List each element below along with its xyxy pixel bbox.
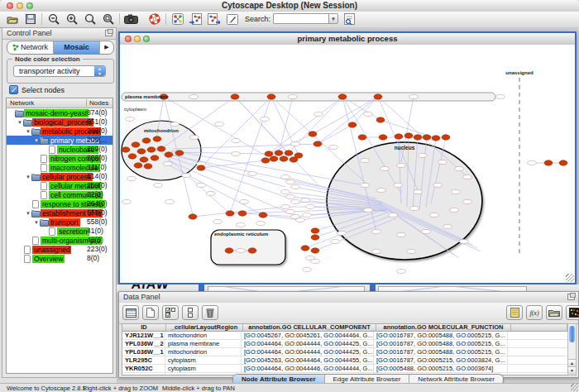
column-header[interactable]: annotation.GO MOLECULAR_FUNCTION (376, 324, 511, 331)
label-node[interactable] (372, 229, 381, 233)
gene-node[interactable] (226, 211, 234, 216)
label-node[interactable] (237, 222, 246, 227)
tab-network[interactable]: Network (7, 41, 54, 54)
network-tree-item[interactable]: ▼transport558(0) (7, 218, 112, 227)
gene-node[interactable] (248, 248, 256, 253)
label-node[interactable] (281, 204, 290, 208)
gene-node[interactable] (414, 135, 422, 140)
gene-node[interactable] (404, 133, 413, 138)
gene-node[interactable] (259, 213, 267, 218)
gene-node[interactable] (225, 248, 233, 253)
gene-node[interactable] (132, 142, 140, 147)
label-node[interactable] (389, 213, 398, 217)
label-node[interactable] (397, 269, 406, 273)
save-session-icon[interactable] (23, 12, 37, 26)
gene-node[interactable] (301, 246, 309, 251)
app-titlebar[interactable]: Cytoscape Desktop (New Session) (0, 0, 579, 12)
label-node[interactable] (291, 184, 300, 189)
label-node[interactable] (303, 267, 312, 271)
search-input[interactable] (273, 13, 329, 24)
label-node[interactable] (154, 183, 163, 187)
table-row[interactable]: YLR295Ccytoplasm[GO:0045263, GO:0044464,… (122, 356, 567, 365)
network-tree-item[interactable]: nitrogen compo209(0) (7, 154, 112, 163)
label-node[interactable] (248, 171, 257, 175)
network-tree-item[interactable]: mosaic-demo-yeast874(0) (7, 108, 112, 117)
label-node[interactable] (433, 183, 443, 187)
new-attribute-icon[interactable] (142, 305, 159, 320)
gene-node[interactable] (544, 160, 553, 165)
gene-node[interactable] (153, 136, 161, 141)
gene-node[interactable] (134, 163, 142, 168)
gene-node[interactable] (395, 134, 403, 139)
gene-node[interactable] (140, 157, 148, 162)
label-node[interactable] (165, 199, 175, 203)
formula-builder-icon[interactable]: f(x) (526, 305, 543, 320)
combo-stepper-icon[interactable]: ▲▼ (94, 66, 105, 76)
label-node[interactable] (463, 199, 472, 203)
label-node[interactable] (182, 173, 191, 177)
network-tree-item[interactable]: ▼metabolic process280(0) (7, 127, 112, 136)
gene-node[interactable] (280, 156, 288, 161)
label-node[interactable] (301, 198, 310, 202)
export-network-icon[interactable] (207, 12, 221, 26)
gene-node[interactable] (147, 147, 156, 152)
label-node[interactable] (361, 158, 370, 162)
table-row[interactable]: YJR121W__1mitochondrion[GO:0045267, GO:0… (122, 332, 567, 340)
open-file-icon[interactable] (5, 12, 19, 26)
tab-node-attribute-browser[interactable]: Node Attribute Browser (233, 375, 325, 383)
gene-node[interactable] (379, 135, 387, 140)
label-node[interactable] (397, 232, 406, 237)
label-node[interactable] (127, 176, 136, 180)
gene-node[interactable] (265, 151, 273, 156)
label-node[interactable] (372, 249, 381, 253)
gene-node[interactable] (238, 211, 246, 216)
network-canvas[interactable]: plasma membrane cytoplasm mitochondrion … (120, 45, 575, 283)
gene-node[interactable] (559, 160, 567, 165)
network-tree-item[interactable]: response to stimulu264(0) (7, 199, 112, 208)
network-tree-item[interactable]: cell communicat22(0) (7, 190, 112, 199)
gene-node[interactable] (358, 135, 366, 140)
network-tree-item[interactable]: ▼cellular process614(0) (7, 172, 112, 181)
attribute-table-icon[interactable] (122, 305, 139, 320)
gene-node[interactable] (374, 94, 382, 99)
label-node[interactable] (256, 221, 266, 225)
delete-attribute-icon[interactable] (202, 305, 218, 320)
gene-node[interactable] (309, 131, 317, 136)
label-node[interactable] (261, 117, 270, 121)
gene-node[interactable] (285, 151, 293, 155)
network-tree-header[interactable]: Network Nodes (7, 98, 112, 108)
label-node[interactable] (394, 183, 403, 187)
gene-node[interactable] (189, 214, 197, 219)
attribute-table-header[interactable]: ID_cellularLayoutRegionannotation.GO CEL… (122, 324, 567, 332)
label-node[interactable] (409, 94, 419, 98)
label-node[interactable] (314, 112, 323, 116)
label-node[interactable] (286, 179, 295, 184)
label-node[interactable] (215, 122, 224, 126)
label-node[interactable] (496, 94, 505, 98)
gene-node[interactable] (376, 117, 385, 122)
select-nodes-checkbox[interactable]: ✓ (9, 85, 18, 94)
gene-node[interactable] (197, 165, 205, 170)
label-node[interactable] (237, 248, 246, 252)
label-node[interactable] (281, 189, 290, 194)
column-header[interactable]: ID (122, 324, 166, 331)
network-tree-item[interactable]: cellular metabol209(0) (7, 181, 112, 190)
label-node[interactable] (443, 224, 452, 228)
network-tree-item[interactable]: unassigned223(0) (7, 245, 112, 254)
label-node[interactable] (296, 218, 305, 222)
label-node[interactable] (197, 183, 206, 187)
gene-node[interactable] (128, 154, 136, 159)
label-node[interactable] (460, 239, 469, 243)
network-tree-item[interactable]: macromolecule311(0) (7, 163, 112, 172)
label-node[interactable] (364, 208, 373, 212)
label-node[interactable] (410, 206, 419, 210)
label-node[interactable] (430, 213, 439, 217)
gene-node[interactable] (157, 146, 165, 151)
gene-node[interactable] (144, 164, 152, 169)
gene-node[interactable] (122, 147, 130, 152)
network-tree-item[interactable]: ▼primary metabo209(... (7, 136, 112, 145)
gene-node[interactable] (294, 153, 303, 158)
label-node[interactable] (190, 135, 199, 139)
label-node[interactable] (164, 161, 173, 165)
label-node[interactable] (170, 122, 179, 126)
